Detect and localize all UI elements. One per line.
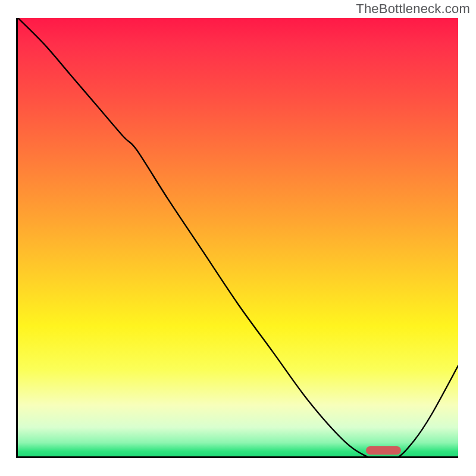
- y-axis-line: [16, 18, 18, 458]
- x-axis-line: [18, 456, 458, 458]
- heat-gradient-background: [18, 18, 458, 458]
- bottleneck-chart: TheBottleneck.com: [0, 0, 476, 476]
- optimal-range-marker: [366, 446, 401, 455]
- watermark-text: TheBottleneck.com: [356, 1, 470, 17]
- plot-area: [18, 18, 458, 458]
